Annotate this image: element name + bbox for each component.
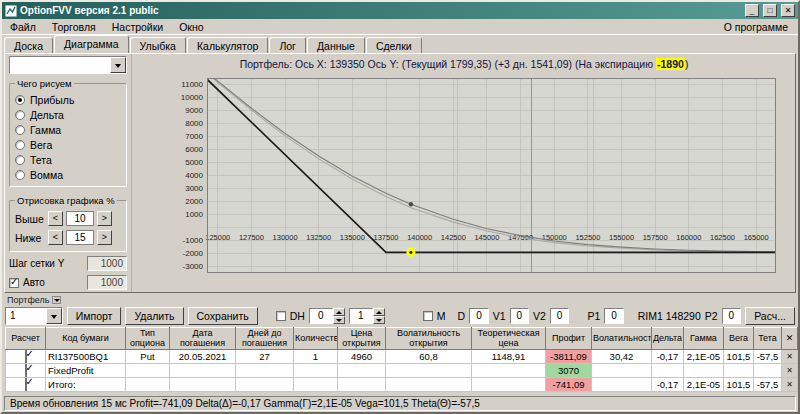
table-row: FixedProfit3070✕ [6,364,798,378]
radio-theta[interactable]: Тета [15,152,121,167]
col-theo-price[interactable]: Теоретическая цена [472,328,546,350]
tab-board[interactable]: Доска [4,37,53,53]
render-group-title: Отрисовка графика % [15,195,117,206]
svg-text:-1000: -1000 [183,236,204,245]
p1-input[interactable]: 0 [604,308,624,324]
below-value[interactable]: 15 [66,230,94,245]
radio-vomma[interactable]: Вомма [15,167,121,182]
row-enabled-checkbox[interactable] [25,378,27,391]
below-decrease-button[interactable]: < [48,230,63,245]
dh-checkbox[interactable] [276,311,286,321]
auto-checkbox[interactable] [9,278,19,288]
svg-text:137500: 137500 [373,233,398,242]
svg-text:127500: 127500 [239,233,264,242]
col-expiry-date[interactable]: Дата погашения [170,328,236,350]
m-checkbox[interactable] [423,311,433,321]
cell-open-price: 4960 [338,350,386,364]
tab-diagram[interactable]: Диаграмма [54,35,129,53]
cell-profit: 3070 [546,364,592,378]
p2-input[interactable]: 0 [722,308,742,324]
cell-theta: -57,5 [754,350,782,364]
delete-button[interactable]: Удалить [125,307,183,325]
import-button[interactable]: Импорт [67,307,122,325]
v2-label: V2 [533,310,546,322]
col-days-to-expiry[interactable]: Дней до погашения [236,328,294,350]
payoff-chart[interactable]: 1100010000900080007000600050004000300020… [133,54,796,294]
row-enabled-checkbox[interactable] [25,364,27,377]
minimize-button[interactable]: _ [745,4,759,17]
col-theta[interactable]: Тета [754,328,782,350]
col-row-delete[interactable]: ✕ [782,328,798,350]
svg-text:2000: 2000 [185,197,203,206]
menu-window[interactable]: Окно [171,20,211,34]
row-delete-button[interactable]: ✕ [782,378,798,392]
chevron-down-icon[interactable] [52,296,61,304]
menu-settings[interactable]: Настройки [104,20,172,34]
tab-calculator[interactable]: Калькулятор [187,37,268,53]
svg-text:5000: 5000 [185,158,203,167]
p2-label: P2 [705,310,718,322]
p1-label: P1 [587,310,600,322]
col-profit[interactable]: Профит [546,328,592,350]
spin-up-icon[interactable] [373,308,385,316]
tab-deals[interactable]: Сделки [366,37,422,53]
svg-text:4000: 4000 [185,171,203,180]
tab-smile[interactable]: Улыбка [130,37,186,53]
row-enabled-checkbox[interactable] [25,350,27,363]
menu-file[interactable]: Файл [2,20,44,34]
above-increase-button[interactable]: > [97,211,112,226]
above-value[interactable]: 10 [66,211,94,226]
radio-dot-icon [15,170,25,180]
col-quantity[interactable]: Количество [294,328,338,350]
svg-text:140000: 140000 [407,233,432,242]
grid-y-input[interactable]: 1000 [87,256,127,271]
menu-trade[interactable]: Торговля [44,20,104,34]
tab-data[interactable]: Данные [307,37,365,53]
portfolio-section-label: Портфель [7,295,49,305]
save-button[interactable]: Сохранить [188,307,258,325]
radio-delta[interactable]: Дельта [15,107,121,122]
col-gamma[interactable]: Гамма [684,328,724,350]
col-code[interactable]: Код бумаги [46,328,126,350]
col-open-volatility[interactable]: Волатильность открытия [386,328,472,350]
above-decrease-button[interactable]: < [48,211,63,226]
close-button[interactable]: ✕ [781,4,795,17]
cell-open-volatility [386,364,472,378]
cell-code: RI137500BQ1 [46,350,126,364]
dh-spinner-2-value[interactable]: 1 [349,308,373,324]
menu-about[interactable]: О программе [714,20,798,34]
dh-spinner-1-value[interactable]: 0 [309,308,333,324]
v2-input[interactable]: 0 [550,308,570,324]
col-calc[interactable]: Расчет [6,328,46,350]
col-open-price[interactable]: Цена открытия [338,328,386,350]
col-delta[interactable]: Дельта [652,328,684,350]
portfolio-combobox[interactable]: 1 [5,307,63,325]
row-delete-button[interactable]: ✕ [782,350,798,364]
col-volatility[interactable]: Волатильность [592,328,652,350]
portfolio-section-header[interactable]: Портфель [7,295,61,304]
v1-input[interactable]: 0 [510,308,530,324]
col-vega[interactable]: Вега [724,328,754,350]
chevron-down-icon[interactable] [110,57,126,73]
spin-up-icon[interactable] [333,308,345,316]
radio-profit[interactable]: Прибыль [15,92,121,107]
menu-left: ФайлТорговляНастройкиОкно [2,20,212,34]
calc-button[interactable]: Расч... [745,307,795,325]
maximize-button[interactable]: □ [763,4,777,17]
spin-down-icon[interactable] [373,316,385,324]
d-input[interactable]: 0 [469,308,489,324]
cell-profit: -3811,09 [546,350,592,364]
radio-vega[interactable]: Вега [15,137,121,152]
series-combobox[interactable] [9,56,127,74]
cell-days-to-expiry: 27 [236,350,294,364]
below-increase-button[interactable]: > [97,230,112,245]
radio-dot-icon [15,95,25,105]
radio-gamma[interactable]: Гамма [15,122,121,137]
row-delete-button[interactable]: ✕ [782,364,798,378]
grid-y2-input[interactable]: 1000 [87,275,127,290]
spin-down-icon[interactable] [333,316,345,324]
col-option-type[interactable]: Тип опциона [126,328,170,350]
tab-log[interactable]: Лог [269,37,306,53]
table-body: RI137500BQ1Put20.05.2021271496060,81148,… [6,350,798,392]
chevron-down-icon[interactable] [46,308,62,324]
